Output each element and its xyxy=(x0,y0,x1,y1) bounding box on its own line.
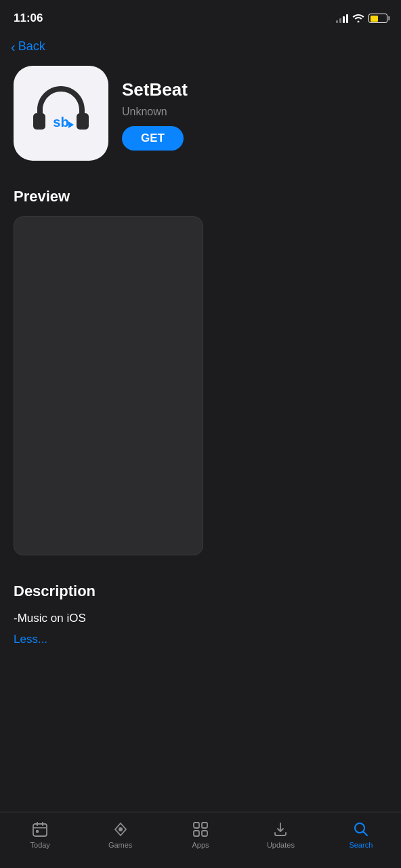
preview-screenshots[interactable] xyxy=(14,216,387,569)
back-label: Back xyxy=(18,39,45,54)
back-chevron-icon: ‹ xyxy=(11,40,16,54)
preview-title: Preview xyxy=(14,188,387,205)
description-section: Description -Music on iOS Less... xyxy=(0,569,401,646)
tab-apps[interactable]: Apps xyxy=(161,821,240,849)
tab-apps-label: Apps xyxy=(192,841,209,849)
svg-rect-1 xyxy=(33,113,45,130)
description-text: -Music on iOS xyxy=(14,610,387,627)
tab-games-label: Games xyxy=(108,841,132,849)
app-info: SetBeat Unknown GET xyxy=(122,66,188,151)
app-name: SetBeat xyxy=(122,79,188,100)
search-icon xyxy=(352,821,370,838)
tab-bar: Today Games Apps Updates Search xyxy=(0,812,401,868)
apps-icon xyxy=(192,821,209,838)
svg-rect-8 xyxy=(33,827,47,829)
app-developer: Unknown xyxy=(122,106,188,118)
status-icons xyxy=(336,13,387,24)
svg-text:sb: sb xyxy=(53,115,68,130)
svg-rect-14 xyxy=(202,831,207,836)
svg-rect-11 xyxy=(194,823,199,828)
battery-icon xyxy=(368,14,387,23)
tab-updates-label: Updates xyxy=(267,841,295,849)
svg-rect-6 xyxy=(37,822,38,826)
games-icon xyxy=(112,821,129,838)
wifi-icon xyxy=(352,13,364,24)
tab-today[interactable]: Today xyxy=(0,821,80,849)
svg-rect-5 xyxy=(33,824,47,836)
tab-updates[interactable]: Updates xyxy=(240,821,320,849)
signal-icon xyxy=(336,14,348,23)
app-header: sb SetBeat Unknown GET xyxy=(0,59,401,174)
svg-rect-7 xyxy=(42,822,43,826)
tab-search[interactable]: Search xyxy=(321,821,401,849)
status-bar: 11:06 xyxy=(0,0,401,34)
tab-games[interactable]: Games xyxy=(80,821,160,849)
status-time: 11:06 xyxy=(14,12,43,25)
description-title: Description xyxy=(14,583,387,600)
back-button[interactable]: ‹ Back xyxy=(0,34,401,59)
today-icon xyxy=(31,821,49,838)
preview-section: Preview xyxy=(0,174,401,569)
tab-today-label: Today xyxy=(30,841,50,849)
tab-search-label: Search xyxy=(349,841,373,849)
svg-rect-13 xyxy=(194,831,199,836)
get-button[interactable]: GET xyxy=(122,126,184,151)
svg-point-10 xyxy=(119,827,123,831)
svg-rect-2 xyxy=(77,113,89,130)
app-icon: sb xyxy=(14,66,108,161)
less-link[interactable]: Less... xyxy=(14,633,387,646)
updates-icon xyxy=(272,821,289,838)
svg-rect-9 xyxy=(36,830,39,833)
screenshot-1 xyxy=(14,216,203,555)
svg-rect-12 xyxy=(202,823,207,828)
